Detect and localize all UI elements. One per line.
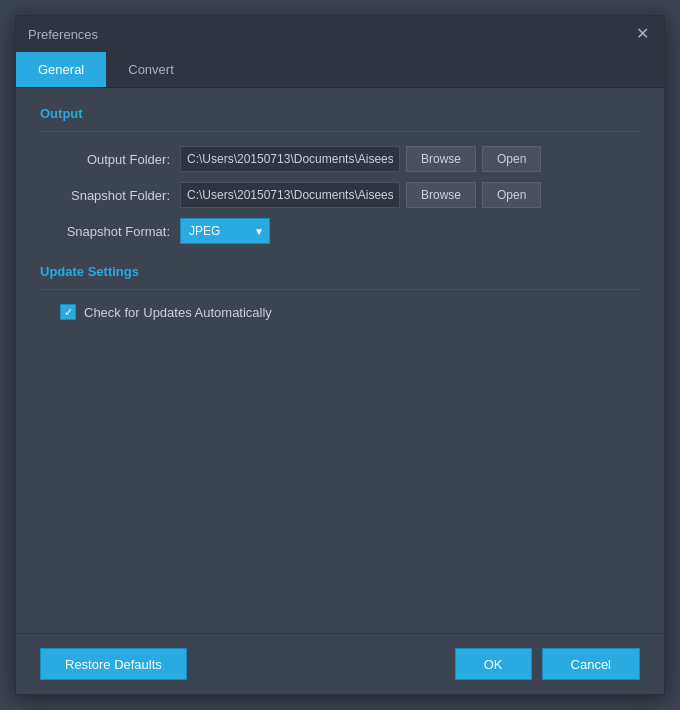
title-bar: Preferences ✕ — [16, 16, 664, 52]
preferences-dialog: Preferences ✕ General Convert Output Out… — [15, 15, 665, 695]
tab-convert[interactable]: Convert — [106, 52, 196, 87]
output-folder-browse-button[interactable]: Browse — [406, 146, 476, 172]
snapshot-format-select-wrapper: JPEG PNG BMP ▼ — [180, 218, 270, 244]
close-button[interactable]: ✕ — [632, 24, 652, 44]
snapshot-folder-browse-button[interactable]: Browse — [406, 182, 476, 208]
ok-button[interactable]: OK — [455, 648, 532, 680]
output-folder-input[interactable] — [180, 146, 400, 172]
update-settings-title: Update Settings — [40, 264, 640, 279]
content-area: Output Output Folder: Browse Open Snapsh… — [16, 88, 664, 633]
output-folder-label: Output Folder: — [40, 152, 170, 167]
auto-update-checkbox[interactable]: ✓ — [60, 304, 76, 320]
footer-right-buttons: OK Cancel — [455, 648, 640, 680]
update-settings-section: Update Settings ✓ Check for Updates Auto… — [40, 264, 640, 320]
snapshot-format-select[interactable]: JPEG PNG BMP — [180, 218, 270, 244]
tab-general[interactable]: General — [16, 52, 106, 87]
tab-bar: General Convert — [16, 52, 664, 88]
snapshot-folder-input[interactable] — [180, 182, 400, 208]
footer: Restore Defaults OK Cancel — [16, 633, 664, 694]
cancel-button[interactable]: Cancel — [542, 648, 640, 680]
output-section: Output Output Folder: Browse Open Snapsh… — [40, 106, 640, 244]
snapshot-format-label: Snapshot Format: — [40, 224, 170, 239]
update-settings-divider — [40, 289, 640, 290]
auto-update-row: ✓ Check for Updates Automatically — [60, 304, 640, 320]
snapshot-folder-label: Snapshot Folder: — [40, 188, 170, 203]
checkmark-icon: ✓ — [64, 307, 73, 318]
auto-update-label: Check for Updates Automatically — [84, 305, 272, 320]
output-folder-row: Output Folder: Browse Open — [40, 146, 640, 172]
output-section-title: Output — [40, 106, 640, 121]
output-divider — [40, 131, 640, 132]
output-folder-open-button[interactable]: Open — [482, 146, 541, 172]
snapshot-format-row: Snapshot Format: JPEG PNG BMP ▼ — [40, 218, 640, 244]
restore-defaults-button[interactable]: Restore Defaults — [40, 648, 187, 680]
dialog-title: Preferences — [28, 27, 98, 42]
snapshot-folder-open-button[interactable]: Open — [482, 182, 541, 208]
snapshot-folder-row: Snapshot Folder: Browse Open — [40, 182, 640, 208]
